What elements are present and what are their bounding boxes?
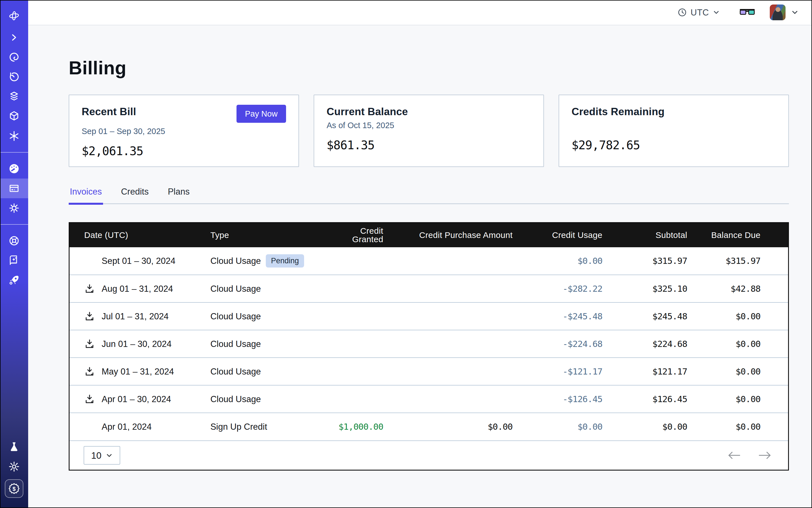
sidebar: $ — [0, 0, 28, 508]
layers-icon[interactable] — [0, 87, 28, 107]
arrow-right-icon[interactable] — [758, 451, 772, 460]
arrow-left-icon[interactable] — [727, 451, 741, 460]
download-invoice-icon[interactable] — [84, 366, 95, 377]
cube-icon[interactable] — [0, 107, 28, 126]
balance-due-value: $0.00 — [694, 330, 788, 357]
column-header-credit-purchase-amount: Credit Purchase Amount — [390, 223, 519, 247]
balance-due-value: $315.97 — [694, 247, 788, 275]
spiral-icon[interactable] — [0, 47, 28, 67]
book-sparkle-icon[interactable] — [0, 251, 28, 270]
page-size-value: 10 — [91, 451, 102, 460]
credit-purchase-amount-value: $0.00 — [390, 413, 519, 440]
3d-glasses-icon[interactable] — [739, 8, 755, 16]
lifesaver-icon[interactable] — [0, 231, 28, 251]
page-size-select[interactable]: 10 — [84, 446, 120, 465]
user-avatar[interactable] — [770, 4, 785, 20]
credit-purchase-amount-value — [390, 302, 519, 330]
invoices-table: Date (UTC) Type Credit Granted Credit Pu… — [69, 222, 789, 471]
summary-cards: Recent Bill Pay Now Sep 01 – Sep 30, 202… — [69, 95, 789, 167]
invoice-date: Aug 01 – 31, 2024 — [102, 285, 173, 293]
card-subtitle: As of Oct 15, 2025 — [327, 121, 531, 130]
table-pagination: 10 — [70, 440, 788, 470]
chevron-down-icon — [713, 9, 720, 16]
chevron-down-icon[interactable] — [791, 9, 799, 16]
column-header-credit-granted: Credit Granted — [324, 223, 390, 247]
invoice-type: Cloud Usage — [210, 312, 261, 321]
credit-granted-value — [324, 385, 390, 413]
invoice-date: Jul 01 – 31, 2024 — [102, 312, 169, 321]
column-header-credit-usage: Credit Usage — [519, 223, 609, 247]
chevron-right-icon[interactable] — [0, 28, 28, 47]
column-header-date: Date (UTC) — [70, 223, 210, 247]
sidebar-divider — [0, 224, 28, 225]
invoice-row: Jul 01 – 31, 2024 Cloud Usage -$245.48 $… — [70, 302, 788, 330]
rocket-icon[interactable] — [0, 270, 28, 290]
tab-invoices[interactable]: Invoices — [69, 187, 103, 205]
sidebar-divider — [0, 152, 28, 153]
tab-credits[interactable]: Credits — [120, 187, 150, 205]
billing-tabs: Invoices Credits Plans — [69, 187, 789, 204]
card-title: Credits Remaining — [571, 107, 665, 117]
subtotal-value: $315.97 — [609, 247, 694, 275]
credit-purchase-amount-value — [390, 275, 519, 302]
invoice-type: Sign Up Credit — [210, 422, 267, 431]
subtotal-value: $224.68 — [609, 330, 694, 357]
timezone-dropdown[interactable]: UTC — [678, 8, 720, 17]
pay-now-button[interactable]: Pay Now — [237, 105, 286, 123]
recent-bill-card: Recent Bill Pay Now Sep 01 – Sep 30, 202… — [69, 95, 299, 167]
credit-usage-value: $0.00 — [519, 247, 609, 275]
balance-due-value: $42.88 — [694, 275, 788, 302]
invoice-type: Cloud Usage — [210, 285, 261, 293]
balance-due-value: $0.00 — [694, 302, 788, 330]
subtotal-value: $126.45 — [609, 385, 694, 413]
credit-usage-value: $0.00 — [519, 413, 609, 440]
card-subtitle — [571, 121, 776, 130]
timezone-label: UTC — [691, 8, 709, 17]
credit-granted-value — [324, 357, 390, 385]
invoice-type: Cloud Usage — [210, 340, 261, 348]
credit-usage-value: -$245.48 — [519, 302, 609, 330]
main-content: Billing Recent Bill Pay Now Sep 01 – Sep… — [28, 25, 812, 508]
dollar-badge-button[interactable]: $ — [5, 479, 24, 498]
sun-icon[interactable] — [0, 457, 28, 476]
balance-due-value: $0.00 — [694, 357, 788, 385]
download-invoice-icon[interactable] — [84, 311, 95, 322]
svg-text:$: $ — [12, 486, 15, 492]
gauge-icon[interactable] — [0, 159, 28, 178]
credit-usage-value: -$121.17 — [519, 357, 609, 385]
credit-granted-value — [324, 330, 390, 357]
sidebar-item-billing[interactable] — [0, 178, 28, 198]
flask-icon[interactable] — [0, 437, 28, 457]
table-header-row: Date (UTC) Type Credit Granted Credit Pu… — [70, 223, 788, 247]
credit-granted-value — [324, 247, 390, 275]
invoice-row: Apr 01 – 30, 2024 Cloud Usage -$126.45 $… — [70, 385, 788, 413]
gear-icon[interactable] — [0, 198, 28, 218]
subtotal-value: $121.17 — [609, 357, 694, 385]
download-invoice-icon[interactable] — [84, 394, 95, 405]
card-title: Current Balance — [327, 107, 408, 117]
timer-icon[interactable] — [0, 67, 28, 87]
invoice-date: Jun 01 – 30, 2024 — [102, 340, 171, 348]
invoice-date: Apr 01 – 30, 2024 — [102, 395, 171, 404]
tab-plans[interactable]: Plans — [167, 187, 191, 205]
column-header-subtotal: Subtotal — [609, 223, 694, 247]
credit-usage-value: -$282.22 — [519, 275, 609, 302]
asterisk-icon[interactable] — [0, 126, 28, 146]
topbar: UTC — [28, 0, 812, 25]
current-balance-card: Current Balance As of Oct 15, 2025 $861.… — [314, 95, 544, 167]
invoice-type: Cloud Usage — [210, 257, 261, 265]
invoice-row: Jun 01 – 30, 2024 Cloud Usage -$224.68 $… — [70, 330, 788, 357]
invoice-row: Aug 01 – 31, 2024 Cloud Usage -$282.22 $… — [70, 275, 788, 302]
clock-icon — [678, 8, 687, 17]
download-invoice-icon[interactable] — [84, 338, 95, 349]
credit-usage-value: -$224.68 — [519, 330, 609, 357]
credit-purchase-amount-value — [390, 357, 519, 385]
invoice-row: Apr 01, 2024 Sign Up Credit $1,000.00 $0… — [70, 413, 788, 440]
subtotal-value: $325.10 — [609, 275, 694, 302]
credit-granted-value — [324, 275, 390, 302]
balance-due-value: $0.00 — [694, 413, 788, 440]
download-invoice-icon[interactable] — [84, 283, 95, 294]
invoice-row: Sept 01 – 30, 2024 Cloud Usage Pending $… — [70, 247, 788, 275]
status-badge: Pending — [266, 254, 304, 267]
orbit-logo-icon[interactable] — [0, 4, 28, 28]
